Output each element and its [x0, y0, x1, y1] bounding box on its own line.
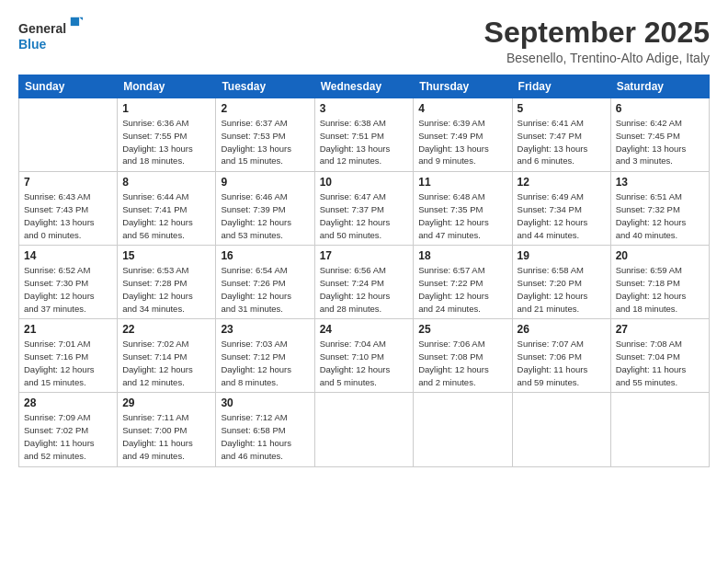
col-thursday: Thursday	[414, 75, 512, 98]
calendar-header-row: Sunday Monday Tuesday Wednesday Thursday…	[19, 75, 710, 98]
day-number: 29	[122, 396, 210, 409]
day-info: Sunrise: 6:51 AM Sunset: 7:32 PM Dayligh…	[616, 190, 704, 241]
svg-text:Blue: Blue	[18, 37, 47, 52]
calendar-cell: 20Sunrise: 6:59 AM Sunset: 7:18 PM Dayli…	[610, 246, 709, 319]
day-info: Sunrise: 6:36 AM Sunset: 7:55 PM Dayligh…	[122, 117, 210, 167]
day-number: 27	[616, 323, 704, 336]
location: Besenello, Trentino-Alto Adige, Italy	[484, 51, 710, 65]
day-number: 2	[221, 102, 309, 115]
calendar-cell: 22Sunrise: 7:02 AM Sunset: 7:14 PM Dayli…	[118, 319, 216, 393]
day-number: 21	[24, 323, 112, 336]
calendar: Sunday Monday Tuesday Wednesday Thursday…	[18, 75, 710, 466]
day-number: 25	[418, 323, 506, 336]
day-info: Sunrise: 6:58 AM Sunset: 7:20 PM Dayligh…	[518, 264, 606, 315]
calendar-cell: 11Sunrise: 6:48 AM Sunset: 7:35 PM Dayli…	[414, 172, 512, 246]
day-info: Sunrise: 6:59 AM Sunset: 7:18 PM Dayligh…	[616, 264, 704, 315]
day-number: 28	[24, 396, 112, 409]
day-info: Sunrise: 6:49 AM Sunset: 7:34 PM Dayligh…	[518, 190, 606, 241]
calendar-cell: 19Sunrise: 6:58 AM Sunset: 7:20 PM Dayli…	[512, 246, 610, 319]
svg-marker-2	[79, 17, 83, 22]
day-info: Sunrise: 6:43 AM Sunset: 7:43 PM Dayligh…	[24, 190, 112, 241]
calendar-week-2: 14Sunrise: 6:52 AM Sunset: 7:30 PM Dayli…	[19, 246, 710, 319]
calendar-cell: 12Sunrise: 6:49 AM Sunset: 7:34 PM Dayli…	[512, 172, 610, 246]
calendar-cell: 7Sunrise: 6:43 AM Sunset: 7:43 PM Daylig…	[19, 172, 118, 246]
day-info: Sunrise: 7:02 AM Sunset: 7:14 PM Dayligh…	[122, 338, 210, 388]
calendar-cell: 1Sunrise: 6:36 AM Sunset: 7:55 PM Daylig…	[118, 98, 216, 172]
calendar-cell	[314, 393, 414, 466]
calendar-cell: 6Sunrise: 6:42 AM Sunset: 7:45 PM Daylig…	[610, 98, 709, 172]
day-number: 17	[320, 249, 409, 262]
col-monday: Monday	[118, 75, 216, 98]
calendar-cell: 17Sunrise: 6:56 AM Sunset: 7:24 PM Dayli…	[314, 246, 414, 319]
day-info: Sunrise: 7:03 AM Sunset: 7:12 PM Dayligh…	[221, 338, 309, 388]
day-number: 24	[320, 323, 409, 336]
col-saturday: Saturday	[610, 75, 709, 98]
day-number: 20	[616, 249, 704, 262]
day-number: 11	[418, 176, 506, 189]
logo-svg: General Blue	[18, 17, 83, 55]
svg-marker-1	[71, 17, 79, 26]
day-info: Sunrise: 6:39 AM Sunset: 7:49 PM Dayligh…	[418, 117, 506, 167]
day-number: 19	[518, 249, 606, 262]
calendar-cell: 10Sunrise: 6:47 AM Sunset: 7:37 PM Dayli…	[314, 172, 414, 246]
day-info: Sunrise: 6:42 AM Sunset: 7:45 PM Dayligh…	[616, 117, 704, 167]
day-info: Sunrise: 6:37 AM Sunset: 7:53 PM Dayligh…	[221, 117, 309, 167]
calendar-cell: 29Sunrise: 7:11 AM Sunset: 7:00 PM Dayli…	[118, 393, 216, 466]
day-info: Sunrise: 6:48 AM Sunset: 7:35 PM Dayligh…	[418, 190, 506, 241]
calendar-cell: 5Sunrise: 6:41 AM Sunset: 7:47 PM Daylig…	[512, 98, 610, 172]
calendar-week-4: 28Sunrise: 7:09 AM Sunset: 7:02 PM Dayli…	[19, 393, 710, 466]
calendar-cell: 21Sunrise: 7:01 AM Sunset: 7:16 PM Dayli…	[19, 319, 118, 393]
day-info: Sunrise: 7:01 AM Sunset: 7:16 PM Dayligh…	[24, 338, 112, 388]
day-info: Sunrise: 6:46 AM Sunset: 7:39 PM Dayligh…	[221, 190, 309, 241]
day-info: Sunrise: 6:52 AM Sunset: 7:30 PM Dayligh…	[24, 264, 112, 315]
day-info: Sunrise: 6:57 AM Sunset: 7:22 PM Dayligh…	[418, 264, 506, 315]
day-number: 16	[221, 249, 309, 262]
day-number: 13	[616, 176, 704, 189]
day-number: 15	[122, 249, 210, 262]
day-number: 12	[518, 176, 606, 189]
calendar-cell: 28Sunrise: 7:09 AM Sunset: 7:02 PM Dayli…	[19, 393, 118, 466]
day-number: 3	[320, 102, 409, 115]
calendar-cell: 2Sunrise: 6:37 AM Sunset: 7:53 PM Daylig…	[216, 98, 314, 172]
calendar-cell	[19, 98, 118, 172]
col-friday: Friday	[512, 75, 610, 98]
day-info: Sunrise: 6:41 AM Sunset: 7:47 PM Dayligh…	[518, 117, 606, 167]
col-tuesday: Tuesday	[216, 75, 314, 98]
calendar-cell: 15Sunrise: 6:53 AM Sunset: 7:28 PM Dayli…	[118, 246, 216, 319]
day-info: Sunrise: 7:07 AM Sunset: 7:06 PM Dayligh…	[518, 338, 606, 388]
calendar-week-3: 21Sunrise: 7:01 AM Sunset: 7:16 PM Dayli…	[19, 319, 710, 393]
day-info: Sunrise: 7:09 AM Sunset: 7:02 PM Dayligh…	[24, 411, 112, 462]
day-info: Sunrise: 6:54 AM Sunset: 7:26 PM Dayligh…	[221, 264, 309, 315]
calendar-cell: 23Sunrise: 7:03 AM Sunset: 7:12 PM Dayli…	[216, 319, 314, 393]
month-title: September 2025	[484, 17, 710, 49]
calendar-cell	[610, 393, 709, 466]
day-info: Sunrise: 7:12 AM Sunset: 6:58 PM Dayligh…	[221, 411, 309, 462]
day-number: 1	[122, 102, 210, 115]
day-number: 14	[24, 249, 112, 262]
day-info: Sunrise: 6:56 AM Sunset: 7:24 PM Dayligh…	[320, 264, 409, 315]
calendar-cell: 30Sunrise: 7:12 AM Sunset: 6:58 PM Dayli…	[216, 393, 314, 466]
day-number: 4	[418, 102, 506, 115]
col-wednesday: Wednesday	[314, 75, 414, 98]
calendar-week-1: 7Sunrise: 6:43 AM Sunset: 7:43 PM Daylig…	[19, 172, 710, 246]
day-number: 5	[518, 102, 606, 115]
day-info: Sunrise: 6:38 AM Sunset: 7:51 PM Dayligh…	[320, 117, 409, 167]
calendar-cell: 14Sunrise: 6:52 AM Sunset: 7:30 PM Dayli…	[19, 246, 118, 319]
day-info: Sunrise: 7:08 AM Sunset: 7:04 PM Dayligh…	[616, 338, 704, 388]
day-number: 18	[418, 249, 506, 262]
day-number: 8	[122, 176, 210, 189]
page: General Blue September 2025 Besenello, T…	[0, 0, 728, 563]
calendar-cell: 27Sunrise: 7:08 AM Sunset: 7:04 PM Dayli…	[610, 319, 709, 393]
calendar-cell: 9Sunrise: 6:46 AM Sunset: 7:39 PM Daylig…	[216, 172, 314, 246]
day-info: Sunrise: 7:06 AM Sunset: 7:08 PM Dayligh…	[418, 338, 506, 388]
day-number: 9	[221, 176, 309, 189]
day-number: 23	[221, 323, 309, 336]
calendar-cell: 13Sunrise: 6:51 AM Sunset: 7:32 PM Dayli…	[610, 172, 709, 246]
calendar-cell: 4Sunrise: 6:39 AM Sunset: 7:49 PM Daylig…	[414, 98, 512, 172]
day-info: Sunrise: 7:04 AM Sunset: 7:10 PM Dayligh…	[320, 338, 409, 388]
day-info: Sunrise: 6:47 AM Sunset: 7:37 PM Dayligh…	[320, 190, 409, 241]
day-number: 6	[616, 102, 704, 115]
calendar-cell	[414, 393, 512, 466]
calendar-cell: 8Sunrise: 6:44 AM Sunset: 7:41 PM Daylig…	[118, 172, 216, 246]
day-number: 30	[221, 396, 309, 409]
